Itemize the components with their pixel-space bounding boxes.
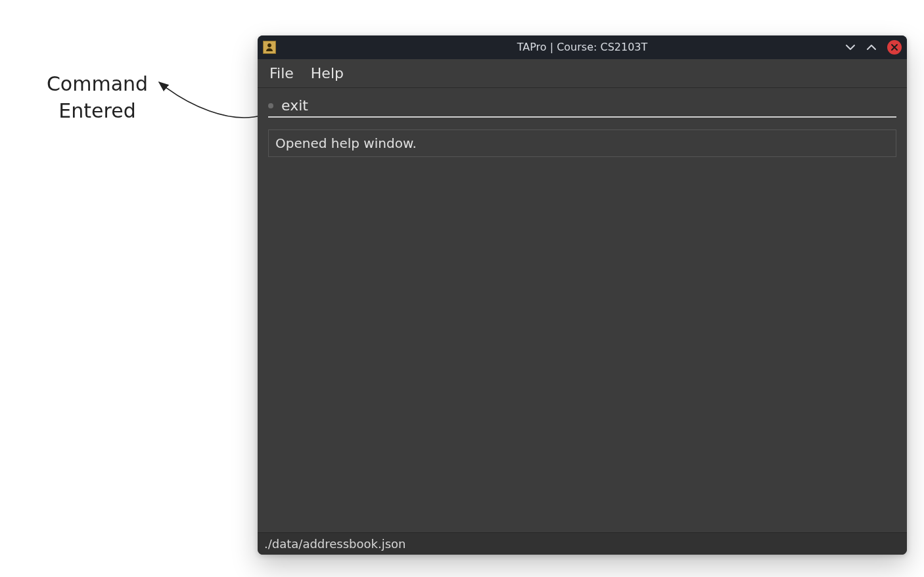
status-path: ./data/addressbook.json [264, 537, 406, 551]
command-input[interactable] [281, 97, 896, 114]
command-bullet-icon [268, 103, 273, 108]
content-area [258, 157, 907, 532]
maximize-icon[interactable] [866, 42, 877, 53]
minimize-icon[interactable] [845, 42, 856, 53]
result-text: Opened help window. [275, 135, 417, 151]
annotation-arrow [151, 76, 269, 128]
window-title: TAPro | Course: CS2103T [517, 41, 648, 53]
close-button[interactable] [887, 40, 902, 55]
menu-help[interactable]: Help [311, 65, 344, 81]
app-icon [263, 41, 276, 54]
app-window: TAPro | Course: CS2103T File Help Opened… [258, 35, 907, 555]
title-bar[interactable]: TAPro | Course: CS2103T [258, 35, 907, 59]
menu-bar: File Help [258, 59, 907, 88]
menu-file[interactable]: File [269, 65, 294, 81]
window-controls [845, 40, 902, 55]
command-row [268, 97, 896, 118]
status-bar: ./data/addressbook.json [258, 532, 907, 555]
result-box: Opened help window. [268, 129, 896, 157]
